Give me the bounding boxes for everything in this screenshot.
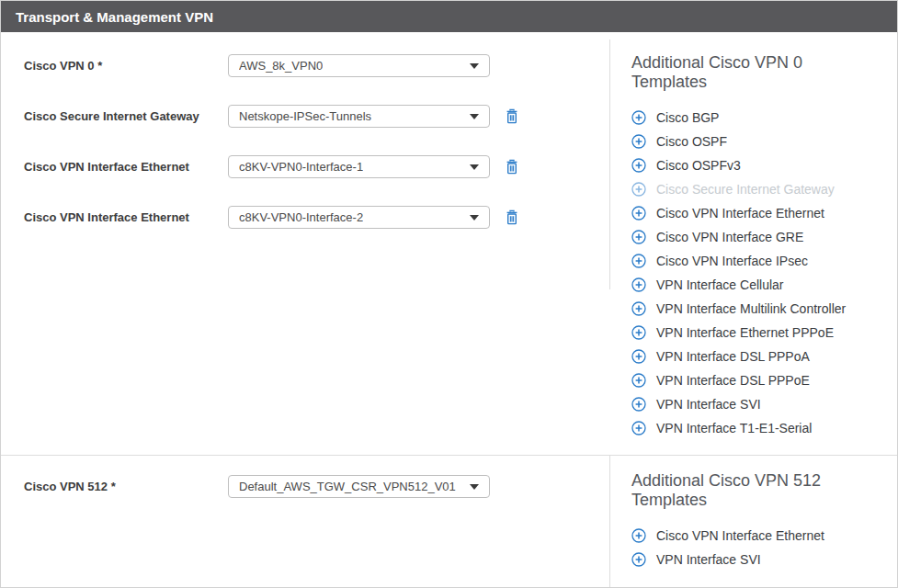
caret-down-icon — [470, 164, 479, 170]
add-template-item[interactable]: Cisco VPN Interface Ethernet — [631, 524, 887, 548]
vertical-divider — [609, 40, 610, 289]
field-label: Cisco VPN 512 * — [24, 480, 228, 493]
panel-item-label: VPN Interface Multilink Controller — [656, 301, 846, 316]
add-circle-icon — [631, 301, 646, 316]
caret-down-icon — [470, 114, 479, 119]
panel-item-label: Cisco OSPF — [656, 134, 727, 149]
template-dropdown[interactable]: Default_AWS_TGW_CSR_VPN512_V01 — [228, 475, 490, 498]
add-template-item[interactable]: VPN Interface Ethernet PPPoE — [631, 321, 887, 345]
template-dropdown-value: c8KV-VPN0-Interface-2 — [239, 210, 363, 224]
field-label: Cisco VPN Interface Ethernet — [24, 210, 228, 224]
add-circle-icon — [631, 206, 646, 220]
template-dropdown[interactable]: AWS_8k_VPN0 — [228, 54, 490, 77]
panel-item-label: Cisco VPN Interface GRE — [656, 230, 803, 244]
add-circle-icon — [631, 277, 646, 292]
add-circle-icon — [631, 230, 646, 244]
panel-item-label: VPN Interface DSL PPPoA — [656, 349, 810, 364]
panel-item-label: Cisco VPN Interface Ethernet — [656, 528, 824, 543]
add-circle-icon — [631, 158, 646, 173]
caret-down-icon — [470, 215, 479, 220]
vertical-divider — [609, 456, 610, 588]
template-form-row: Cisco Secure Internet Gateway Netskope-I… — [24, 105, 609, 128]
add-circle-icon — [631, 397, 646, 412]
vpn0-template-list: Cisco BGP Cisco OSPF Cisco OSPFv3 Cisco … — [631, 106, 887, 440]
trash-icon — [505, 209, 519, 226]
template-form-row: Cisco VPN Interface Ethernet c8KV-VPN0-I… — [24, 206, 609, 229]
panel-item-label: VPN Interface Ethernet PPPoE — [656, 325, 834, 340]
template-dropdown-value: AWS_8k_VPN0 — [239, 59, 323, 73]
caret-down-icon — [470, 63, 479, 69]
panel-item-label: Cisco Secure Internet Gateway — [656, 182, 835, 197]
section-title: Transport & Management VPN — [16, 9, 213, 25]
template-dropdown-value: c8KV-VPN0-Interface-1 — [239, 160, 363, 174]
trash-icon — [505, 107, 519, 125]
add-circle-icon — [631, 421, 646, 435]
add-template-item[interactable]: Cisco OSPFv3 — [631, 153, 887, 177]
panel-item-label: Cisco BGP — [656, 110, 719, 125]
panel-item-label: VPN Interface T1-E1-Serial — [656, 421, 812, 435]
add-circle-icon — [631, 552, 646, 567]
vpn512-additional-templates-panel: Additional Cisco VPN 512 Templates Cisco… — [631, 456, 887, 571]
add-circle-icon — [631, 349, 646, 364]
template-dropdown-value: Default_AWS_TGW_CSR_VPN512_V01 — [239, 480, 456, 493]
add-template-item[interactable]: VPN Interface SVI — [631, 392, 887, 416]
panel-item-label: VPN Interface Cellular — [656, 277, 784, 292]
panel-item-label: Cisco VPN Interface Ethernet — [656, 206, 824, 220]
vpn512-form: Cisco VPN 512 * Default_AWS_TGW_CSR_VPN5… — [1, 456, 609, 526]
panel-item-label: Cisco VPN Interface IPsec — [656, 254, 808, 268]
add-template-item[interactable]: Cisco VPN Interface Ethernet — [631, 201, 887, 225]
add-template-item[interactable]: VPN Interface T1-E1-Serial — [631, 416, 887, 440]
section-header: Transport & Management VPN — [1, 1, 897, 32]
delete-template-button[interactable] — [504, 107, 520, 126]
add-circle-icon — [631, 325, 646, 340]
add-template-item[interactable]: Cisco BGP — [631, 106, 887, 130]
caret-down-icon — [470, 484, 479, 490]
panel-title: Additional Cisco VPN 0 Templates — [631, 53, 852, 92]
add-template-item[interactable]: VPN Interface Cellular — [631, 273, 887, 297]
template-dropdown[interactable]: c8KV-VPN0-Interface-2 — [228, 206, 490, 229]
add-circle-icon — [631, 254, 646, 268]
panel-item-label: VPN Interface DSL PPPoE — [656, 373, 810, 388]
trash-icon — [505, 158, 519, 175]
add-template-item[interactable]: Cisco VPN Interface IPsec — [631, 249, 887, 273]
vpn0-additional-templates-panel: Additional Cisco VPN 0 Templates Cisco B… — [631, 32, 887, 440]
add-circle-icon — [631, 110, 646, 125]
panel-item-label: VPN Interface SVI — [656, 552, 761, 567]
add-template-item: Cisco Secure Internet Gateway — [631, 177, 887, 201]
add-template-item[interactable]: VPN Interface Multilink Controller — [631, 297, 887, 321]
field-label: Cisco Secure Internet Gateway — [24, 109, 228, 123]
template-form-row: Cisco VPN 512 * Default_AWS_TGW_CSR_VPN5… — [24, 475, 609, 498]
template-dropdown[interactable]: c8KV-VPN0-Interface-1 — [228, 155, 490, 178]
field-label: Cisco VPN Interface Ethernet — [24, 160, 228, 174]
add-circle-icon — [631, 182, 646, 197]
add-circle-icon — [631, 134, 646, 149]
template-form-row: Cisco VPN 0 * AWS_8k_VPN0 — [24, 54, 609, 77]
add-template-item[interactable]: VPN Interface DSL PPPoA — [631, 345, 887, 368]
panel-item-label: Cisco OSPFv3 — [656, 158, 741, 173]
field-label: Cisco VPN 0 * — [24, 59, 228, 73]
add-circle-icon — [631, 373, 646, 388]
delete-template-button[interactable] — [504, 209, 520, 227]
add-template-item[interactable]: VPN Interface DSL PPPoE — [631, 368, 887, 392]
panel-title: Additional Cisco VPN 512 Templates — [631, 471, 852, 510]
add-template-item[interactable]: VPN Interface SVI — [631, 548, 887, 571]
add-circle-icon — [631, 528, 646, 543]
vpn512-template-list: Cisco VPN Interface Ethernet VPN Interfa… — [631, 524, 887, 571]
panel-item-label: VPN Interface SVI — [656, 397, 761, 412]
delete-template-button[interactable] — [504, 158, 520, 176]
transport-management-vpn-panel: Transport & Management VPN Cisco VPN 0 *… — [0, 0, 898, 588]
template-dropdown[interactable]: Netskope-IPSec-Tunnels — [228, 105, 490, 128]
add-template-item[interactable]: Cisco VPN Interface GRE — [631, 225, 887, 249]
template-dropdown-value: Netskope-IPSec-Tunnels — [239, 109, 371, 123]
vpn0-form: Cisco VPN 0 * AWS_8k_VPN0 Cisco Secure I… — [1, 32, 609, 256]
add-template-item[interactable]: Cisco OSPF — [631, 130, 887, 153]
template-form-row: Cisco VPN Interface Ethernet c8KV-VPN0-I… — [24, 155, 609, 178]
